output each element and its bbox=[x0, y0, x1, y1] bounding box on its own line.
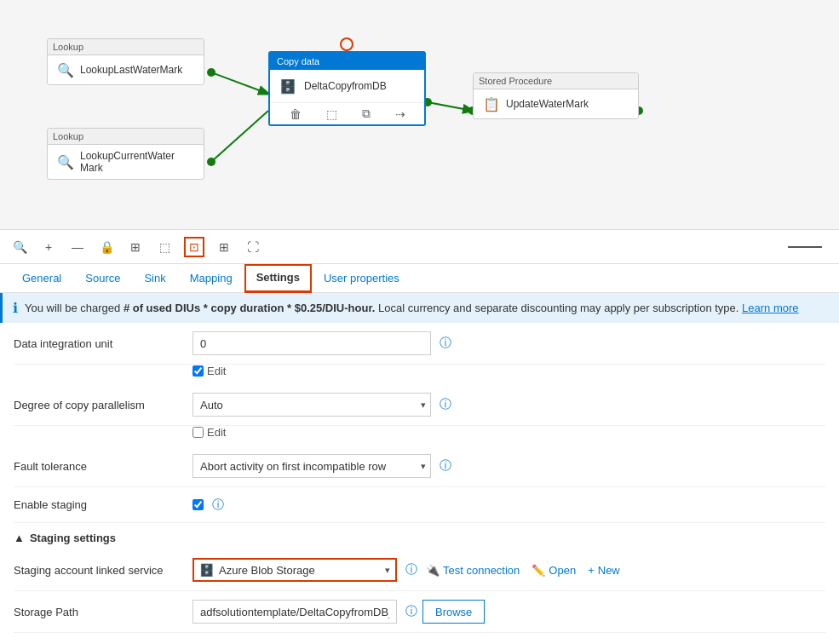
copy-clone-icon[interactable]: ⧉ bbox=[362, 106, 371, 121]
data-integration-unit-edit-checkbox[interactable] bbox=[193, 365, 204, 377]
stored-proc-node[interactable]: Stored Procedure 📋 UpdateWaterMark bbox=[473, 72, 639, 119]
new-icon: + bbox=[588, 564, 595, 577]
info-bold: # of used DIUs * copy duration * $0.25/D… bbox=[124, 302, 375, 314]
staging-settings-title: Staging settings bbox=[30, 532, 116, 544]
degree-parallelism-control: Auto 1248 ⓘ bbox=[193, 393, 825, 417]
svg-line-0 bbox=[211, 72, 268, 94]
storage-path-label: Storage Path bbox=[14, 606, 193, 618]
open-button[interactable]: ✏️ Open bbox=[528, 564, 579, 577]
info-banner: ℹ You will be charged # of used DIUs * c… bbox=[0, 293, 839, 323]
svg-point-3 bbox=[207, 68, 215, 77]
staging-account-arrow-icon: ▾ bbox=[380, 565, 395, 576]
svg-point-8 bbox=[341, 38, 353, 50]
degree-parallelism-info-icon: ⓘ bbox=[440, 397, 451, 412]
data-integration-unit-edit-row: Edit bbox=[14, 365, 825, 384]
data-integration-unit-edit-text: Edit bbox=[207, 365, 226, 377]
data-integration-unit-control: ⓘ bbox=[193, 331, 825, 355]
zoom-out-icon[interactable]: — bbox=[68, 238, 87, 256]
tab-user-properties[interactable]: User properties bbox=[312, 265, 411, 293]
degree-parallelism-edit-checkbox[interactable] bbox=[193, 427, 204, 438]
open-label: Open bbox=[549, 564, 576, 577]
copy-data-icon: 🗄️ bbox=[279, 77, 297, 95]
stored-proc-icon: 📋 bbox=[482, 95, 501, 113]
data-integration-unit-info-icon: ⓘ bbox=[440, 336, 451, 351]
tab-bar: General Source Sink Mapping Settings Use… bbox=[0, 264, 839, 293]
lookup1-node[interactable]: Lookup 🔍 LookupLastWaterMark bbox=[47, 38, 204, 85]
info-text: You will be charged # of used DIUs * cop… bbox=[25, 302, 799, 314]
zoom-in-icon[interactable]: + bbox=[39, 238, 58, 256]
lock-icon[interactable]: 🔒 bbox=[97, 238, 116, 256]
search-icon[interactable]: 🔍 bbox=[10, 238, 29, 256]
learn-more-link[interactable]: Learn more bbox=[742, 302, 798, 314]
degree-parallelism-select[interactable]: Auto 1248 bbox=[193, 393, 431, 417]
storage-path-control: ⓘ Browse bbox=[193, 600, 825, 624]
stored-proc-header: Stored Procedure bbox=[474, 73, 638, 89]
staging-account-value: Azure Blob Storage bbox=[219, 564, 380, 577]
new-button[interactable]: + New bbox=[584, 564, 624, 577]
fault-tolerance-info-icon: ⓘ bbox=[440, 458, 451, 474]
svg-point-4 bbox=[207, 158, 215, 166]
copy-delete-icon[interactable]: 🗑 bbox=[290, 107, 302, 121]
degree-parallelism-edit-row: Edit bbox=[14, 426, 825, 446]
tab-source[interactable]: Source bbox=[73, 265, 132, 293]
enable-compression-row: Enable Compression ⓘ bbox=[14, 633, 825, 638]
pointer-icon[interactable]: ⊡ bbox=[184, 237, 204, 257]
fault-tolerance-label: Fault tolerance bbox=[14, 460, 193, 473]
grid-icon[interactable]: ⊞ bbox=[215, 238, 233, 256]
lookup2-icon: 🔍 bbox=[56, 152, 75, 171]
fault-tolerance-select[interactable]: Abort activity on first incompatible row… bbox=[193, 454, 431, 478]
copy-data-node[interactable]: Copy data 🗄️ DeltaCopyfromDB 🗑 ⬚ ⧉ ⇢ bbox=[268, 51, 426, 126]
info-icon: ℹ bbox=[13, 300, 18, 316]
copy-data-header: Copy data bbox=[270, 53, 424, 70]
copy-data-label: DeltaCopyfromDB bbox=[304, 80, 387, 92]
settings-panel: Data integration unit ⓘ Edit Degree of c… bbox=[0, 323, 839, 638]
lookup2-node[interactable]: Lookup 🔍 LookupCurrentWater Mark bbox=[47, 128, 204, 180]
pipeline-canvas[interactable]: Lookup 🔍 LookupLastWaterMark Lookup 🔍 Lo… bbox=[0, 0, 839, 230]
test-connection-button[interactable]: 🔌 Test connection bbox=[422, 564, 523, 577]
toolbar: 🔍 + — 🔒 ⊞ ⬚ ⊡ ⊞ ⛶ bbox=[0, 230, 839, 264]
staging-settings-collapse-icon[interactable]: ▲ bbox=[14, 532, 25, 544]
browse-button[interactable]: Browse bbox=[422, 600, 485, 624]
staging-account-row: Staging account linked service 🗄️ Azure … bbox=[14, 549, 825, 591]
enable-staging-checkbox[interactable] bbox=[193, 499, 204, 510]
data-integration-unit-edit-label[interactable]: Edit bbox=[193, 365, 825, 377]
degree-parallelism-edit-label[interactable]: Edit bbox=[193, 426, 825, 439]
lookup1-header: Lookup bbox=[48, 39, 204, 55]
copy-connect-icon[interactable]: ⇢ bbox=[395, 107, 405, 121]
tab-sink[interactable]: Sink bbox=[132, 265, 177, 293]
lookup2-header: Lookup bbox=[48, 129, 204, 145]
fit-icon[interactable]: ⊞ bbox=[126, 238, 145, 256]
tab-mapping[interactable]: Mapping bbox=[178, 265, 244, 293]
test-connection-icon: 🔌 bbox=[426, 564, 440, 577]
arrange-icon[interactable]: ⛶ bbox=[244, 238, 262, 256]
data-integration-unit-input[interactable] bbox=[193, 331, 431, 355]
data-integration-unit-row: Data integration unit ⓘ bbox=[14, 323, 825, 365]
lookup1-label: LookupLastWaterMark bbox=[80, 64, 182, 76]
enable-staging-info-icon: ⓘ bbox=[212, 497, 224, 513]
lookup1-icon: 🔍 bbox=[56, 60, 75, 79]
fault-tolerance-control: Abort activity on first incompatible row… bbox=[193, 454, 825, 478]
enable-staging-row: Enable staging ⓘ bbox=[14, 487, 825, 523]
storage-path-info-icon: ⓘ bbox=[405, 604, 417, 619]
storage-path-input[interactable] bbox=[193, 600, 397, 624]
staging-account-label: Staging account linked service bbox=[14, 564, 193, 577]
fault-tolerance-row: Fault tolerance Abort activity on first … bbox=[14, 446, 825, 487]
degree-parallelism-edit-text: Edit bbox=[207, 426, 226, 439]
staging-account-select[interactable]: 🗄️ Azure Blob Storage ▾ bbox=[193, 558, 397, 582]
data-integration-unit-label: Data integration unit bbox=[14, 337, 193, 350]
stored-proc-label: UpdateWaterMark bbox=[506, 98, 589, 110]
svg-line-2 bbox=[428, 102, 473, 111]
copy-edit-icon[interactable]: ⬚ bbox=[326, 107, 337, 121]
tab-settings[interactable]: Settings bbox=[244, 264, 312, 293]
staging-account-control: 🗄️ Azure Blob Storage ▾ ⓘ 🔌 Test connect… bbox=[193, 558, 825, 582]
staging-account-info-icon: ⓘ bbox=[405, 562, 417, 578]
open-icon: ✏️ bbox=[532, 564, 545, 577]
svg-line-1 bbox=[211, 111, 268, 162]
new-label: New bbox=[598, 564, 620, 577]
tab-general[interactable]: General bbox=[10, 265, 73, 293]
enable-staging-control: ⓘ bbox=[193, 497, 825, 513]
enable-staging-label: Enable staging bbox=[14, 498, 193, 511]
select-icon[interactable]: ⬚ bbox=[155, 238, 174, 256]
test-connection-label: Test connection bbox=[443, 564, 520, 577]
storage-path-row: Storage Path ⓘ Browse bbox=[14, 591, 825, 633]
